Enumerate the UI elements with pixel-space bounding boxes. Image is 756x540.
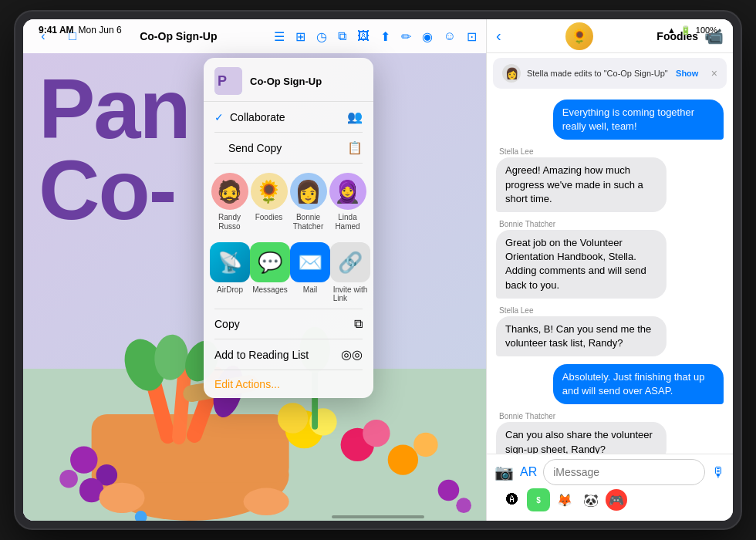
- shapes-icon[interactable]: ◉: [422, 29, 433, 44]
- svg-point-11: [70, 446, 97, 473]
- notification-banner: 👩 Stella made edits to "Co-Op Sign-Up" S…: [493, 58, 727, 89]
- copy-label: Copy: [214, 318, 240, 330]
- more-icon[interactable]: ⊡: [467, 29, 477, 44]
- mail-app[interactable]: ✉️ Mail: [290, 242, 330, 302]
- send-copy-label: Send Copy: [214, 142, 282, 154]
- document-title: Co-Op Sign-Up: [91, 30, 266, 42]
- send-copy-option[interactable]: Send Copy 📋: [204, 133, 373, 163]
- bubble-outgoing-2: Absolutely. Just finishing that up and w…: [553, 364, 724, 404]
- mic-button[interactable]: 🎙: [711, 464, 725, 481]
- ar-button[interactable]: AR: [520, 465, 537, 479]
- mail-label: Mail: [303, 285, 317, 294]
- message-2: Stella Lee Agreed! Amazing how much prog…: [496, 147, 724, 212]
- svg-point-21: [363, 420, 390, 447]
- airdrop-app[interactable]: 📡 AirDrop: [210, 242, 250, 302]
- sender-stella-1: Stella Lee: [496, 147, 533, 156]
- randy-avatar: 🧔: [211, 173, 248, 210]
- svg-point-27: [456, 498, 471, 513]
- share-popup: P Co-Op Sign-Up ✓ Collaborate 👥: [204, 58, 373, 398]
- message-5: Absolutely. Just finishing that up and w…: [496, 364, 724, 404]
- link-icon: 🔗: [330, 242, 370, 282]
- pencil-icon[interactable]: ✏: [401, 29, 411, 44]
- back-button[interactable]: ‹: [32, 25, 54, 47]
- contact-linda[interactable]: 🧕 LindaHamed: [329, 173, 366, 231]
- clock-icon[interactable]: ◷: [316, 29, 327, 44]
- notification-text: Stella made edits to "Co-Op Sign-Up": [527, 69, 668, 78]
- toolbar-icons: ☰ ⊞ ◷ ⧉ 🖼 ⬆ ✏ ◉ ☺ ⊡: [274, 29, 477, 44]
- svg-point-29: [244, 488, 289, 515]
- cash-button[interactable]: $: [527, 488, 550, 511]
- reading-list-option[interactable]: Add to Reading List ◎◎: [204, 339, 373, 370]
- bubble-bonnie-2: Can you also share the volunteer sign-up…: [496, 422, 667, 454]
- sender-bonnie-1: Bonnie Thatcher: [496, 220, 555, 228]
- linda-name: LindaHamed: [335, 213, 359, 231]
- bonnie-avatar: 👩: [290, 173, 327, 210]
- messages-icon: 💬: [250, 242, 290, 282]
- pages-toolbar: ‹ □ Co-Op Sign-Up ☰ ⊞ ◷ ⧉ 🖼 ⬆ ✏ ◉ ☺ ⊡: [23, 19, 486, 53]
- reading-list-icon: ◎◎: [341, 347, 363, 362]
- edit-actions-option[interactable]: Edit Actions...: [204, 370, 373, 398]
- messages-back-button[interactable]: ‹: [496, 27, 501, 45]
- list-icon[interactable]: ☰: [274, 29, 285, 44]
- invite-link-app[interactable]: 🔗 Invite withLink: [330, 242, 370, 302]
- svg-point-23: [413, 433, 438, 457]
- collaborate-option[interactable]: ✓ Collaborate 👥: [204, 102, 373, 132]
- svg-point-17: [278, 403, 308, 433]
- svg-point-26: [438, 480, 460, 501]
- share-apps: 📡 AirDrop 💬 Messages ✉️ Mail 🔗: [204, 235, 373, 309]
- more-apps-button[interactable]: 🎮: [606, 489, 627, 511]
- notification-show-button[interactable]: Show: [676, 69, 698, 78]
- share-doc-title: Co-Op Sign-Up: [250, 76, 322, 87]
- message-6: Bonnie Thatcher Can you also share the v…: [496, 412, 724, 454]
- copy-icon[interactable]: ⧉: [338, 29, 346, 43]
- share-icon[interactable]: ⬆: [380, 29, 390, 44]
- message-1: Everything is coming together really wel…: [496, 100, 724, 140]
- messages-body: Everything is coming together really wel…: [487, 93, 733, 454]
- camera-button[interactable]: 📷: [494, 463, 514, 481]
- table-icon[interactable]: ⊞: [295, 29, 305, 44]
- messages-toolbar: ‹ 🌻 Foodies 📹: [487, 19, 733, 53]
- checkmark-icon: ✓: [214, 111, 224, 123]
- collaborate-icon: 👥: [347, 110, 363, 124]
- reading-list-label: Add to Reading List: [214, 349, 309, 361]
- airdrop-icon: 📡: [210, 242, 250, 282]
- bonnie-name: BonnieThatcher: [293, 213, 323, 231]
- message-input[interactable]: [543, 459, 705, 485]
- copy-option[interactable]: Copy ⧉: [204, 309, 373, 339]
- contact-bonnie[interactable]: 👩 BonnieThatcher: [290, 173, 327, 231]
- ipad-frame: 9:41 AM Mon Jun 6 ▲ 🔋 100% ‹ □ Co-Op Sig…: [15, 12, 741, 528]
- bubble-stella-2: Thanks, B! Can you send me the volunteer…: [496, 316, 667, 356]
- group-name: Foodies: [656, 30, 698, 42]
- foodies-avatar: 🌻: [251, 173, 288, 210]
- share-doc-icon: P: [214, 67, 242, 95]
- notification-close-button[interactable]: ×: [711, 67, 717, 79]
- video-call-button[interactable]: 📹: [704, 27, 724, 46]
- contact-foodies[interactable]: 🌻 Foodies: [251, 173, 288, 231]
- notif-left: 👩 Stella made edits to "Co-Op Sign-Up": [502, 64, 668, 83]
- image-icon[interactable]: 🖼: [357, 29, 370, 43]
- home-indicator: [332, 515, 424, 518]
- svg-point-13: [59, 470, 78, 488]
- sender-bonnie-2: Bonnie Thatcher: [496, 412, 555, 420]
- contact-randy[interactable]: 🧔 RandyRusso: [211, 173, 248, 231]
- emoji-memoji-1[interactable]: 🦊: [553, 488, 576, 511]
- copy-icon: ⧉: [354, 317, 363, 331]
- ipad-screen: 9:41 AM Mon Jun 6 ▲ 🔋 100% ‹ □ Co-Op Sig…: [23, 19, 733, 521]
- pages-panel: ‹ □ Co-Op Sign-Up ☰ ⊞ ◷ ⧉ 🖼 ⬆ ✏ ◉ ☺ ⊡: [23, 19, 486, 521]
- apps-bar: 🅐 $ 🦊 🐼 🎮: [494, 485, 725, 515]
- messages-app[interactable]: 💬 Messages: [250, 242, 290, 302]
- bubble-outgoing-1: Everything is coming together really wel…: [553, 100, 724, 140]
- group-icon: 🌻: [565, 22, 593, 50]
- main-content: ‹ □ Co-Op Sign-Up ☰ ⊞ ◷ ⧉ 🖼 ⬆ ✏ ◉ ☺ ⊡: [23, 19, 733, 521]
- doc-browser-button[interactable]: □: [62, 25, 83, 47]
- emoji-memoji-2[interactable]: 🐼: [579, 488, 602, 511]
- sender-stella-2: Stella Lee: [496, 306, 533, 315]
- emoji-icon[interactable]: ☺: [444, 29, 456, 43]
- messages-input-area: 📷 AR 🎙 🅐 $ 🦊 🐼 🎮: [487, 454, 733, 521]
- foodies-name: Foodies: [255, 213, 283, 222]
- message-3: Bonnie Thatcher Great job on the Volunte…: [496, 220, 724, 299]
- bubble-bonnie-1: Great job on the Volunteer Orientation H…: [496, 230, 667, 299]
- send-copy-icon: 📋: [347, 140, 363, 155]
- svg-point-22: [388, 445, 418, 475]
- appstore-button[interactable]: 🅐: [501, 488, 524, 511]
